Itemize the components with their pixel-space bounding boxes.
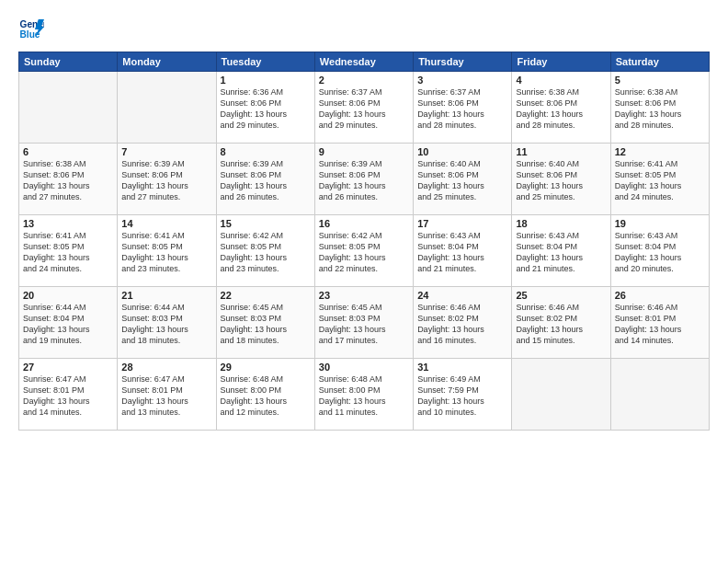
calendar-week-row: 20Sunrise: 6:44 AM Sunset: 8:04 PM Dayli… <box>19 287 710 359</box>
day-info: Sunrise: 6:44 AM Sunset: 8:04 PM Dayligh… <box>23 302 113 347</box>
calendar-header-tuesday: Tuesday <box>216 52 314 72</box>
day-info: Sunrise: 6:40 AM Sunset: 8:06 PM Dayligh… <box>417 158 507 203</box>
calendar-header-sunday: Sunday <box>19 52 118 72</box>
day-number: 30 <box>319 362 409 373</box>
calendar-cell: 22Sunrise: 6:45 AM Sunset: 8:03 PM Dayli… <box>216 287 314 359</box>
calendar-cell <box>19 72 118 144</box>
day-number: 15 <box>221 218 311 229</box>
calendar-week-row: 6Sunrise: 6:38 AM Sunset: 8:06 PM Daylig… <box>19 144 710 215</box>
calendar-cell: 12Sunrise: 6:41 AM Sunset: 8:05 PM Dayli… <box>610 144 709 215</box>
logo: General Blue <box>18 17 44 42</box>
logo-icon: General Blue <box>18 17 44 42</box>
day-info: Sunrise: 6:40 AM Sunset: 8:06 PM Dayligh… <box>516 158 606 203</box>
calendar-cell: 21Sunrise: 6:44 AM Sunset: 8:03 PM Dayli… <box>118 287 216 359</box>
day-info: Sunrise: 6:39 AM Sunset: 8:06 PM Dayligh… <box>121 158 211 203</box>
day-info: Sunrise: 6:49 AM Sunset: 7:59 PM Dayligh… <box>417 373 507 419</box>
calendar-week-row: 1Sunrise: 6:36 AM Sunset: 8:06 PM Daylig… <box>19 72 710 144</box>
day-info: Sunrise: 6:47 AM Sunset: 8:01 PM Dayligh… <box>121 373 211 419</box>
day-number: 8 <box>221 146 311 157</box>
day-number: 21 <box>121 290 211 301</box>
day-info: Sunrise: 6:43 AM Sunset: 8:04 PM Dayligh… <box>417 230 507 275</box>
calendar-cell: 5Sunrise: 6:38 AM Sunset: 8:06 PM Daylig… <box>610 72 709 144</box>
day-info: Sunrise: 6:41 AM Sunset: 8:05 PM Dayligh… <box>23 230 113 275</box>
calendar-cell: 6Sunrise: 6:38 AM Sunset: 8:06 PM Daylig… <box>19 144 118 215</box>
day-number: 12 <box>615 146 705 157</box>
calendar-cell <box>610 359 709 431</box>
calendar-cell: 25Sunrise: 6:46 AM Sunset: 8:02 PM Dayli… <box>512 287 610 359</box>
calendar-cell: 31Sunrise: 6:49 AM Sunset: 7:59 PM Dayli… <box>414 359 512 431</box>
calendar-cell: 9Sunrise: 6:39 AM Sunset: 8:06 PM Daylig… <box>314 144 413 215</box>
day-number: 24 <box>417 290 507 301</box>
day-number: 5 <box>615 75 705 86</box>
calendar-cell: 26Sunrise: 6:46 AM Sunset: 8:01 PM Dayli… <box>610 287 709 359</box>
calendar-cell <box>118 72 216 144</box>
calendar-cell: 23Sunrise: 6:45 AM Sunset: 8:03 PM Dayli… <box>314 287 413 359</box>
day-info: Sunrise: 6:46 AM Sunset: 8:02 PM Dayligh… <box>516 302 606 347</box>
calendar-cell: 30Sunrise: 6:48 AM Sunset: 8:00 PM Dayli… <box>314 359 413 431</box>
day-number: 11 <box>516 146 606 157</box>
day-info: Sunrise: 6:38 AM Sunset: 8:06 PM Dayligh… <box>615 86 705 132</box>
calendar-header-thursday: Thursday <box>414 52 512 72</box>
calendar-cell: 11Sunrise: 6:40 AM Sunset: 8:06 PM Dayli… <box>512 144 610 215</box>
day-info: Sunrise: 6:42 AM Sunset: 8:05 PM Dayligh… <box>319 230 409 275</box>
day-number: 17 <box>417 218 507 229</box>
day-number: 1 <box>221 75 311 86</box>
calendar-cell: 24Sunrise: 6:46 AM Sunset: 8:02 PM Dayli… <box>414 287 512 359</box>
calendar-week-row: 27Sunrise: 6:47 AM Sunset: 8:01 PM Dayli… <box>19 359 710 431</box>
calendar-header-saturday: Saturday <box>610 52 709 72</box>
day-number: 28 <box>121 362 211 373</box>
day-number: 10 <box>417 146 507 157</box>
day-info: Sunrise: 6:36 AM Sunset: 8:06 PM Dayligh… <box>221 86 311 132</box>
calendar-header-friday: Friday <box>512 52 610 72</box>
day-number: 13 <box>23 218 113 229</box>
page-header: General Blue <box>18 17 710 42</box>
calendar-cell: 19Sunrise: 6:43 AM Sunset: 8:04 PM Dayli… <box>610 215 709 287</box>
day-info: Sunrise: 6:44 AM Sunset: 8:03 PM Dayligh… <box>121 302 211 347</box>
day-number: 6 <box>23 146 113 157</box>
day-number: 29 <box>221 362 311 373</box>
day-info: Sunrise: 6:47 AM Sunset: 8:01 PM Dayligh… <box>23 373 113 419</box>
day-info: Sunrise: 6:43 AM Sunset: 8:04 PM Dayligh… <box>516 230 606 275</box>
day-info: Sunrise: 6:39 AM Sunset: 8:06 PM Dayligh… <box>319 158 409 203</box>
day-number: 9 <box>319 146 409 157</box>
day-number: 25 <box>516 290 606 301</box>
calendar-cell: 13Sunrise: 6:41 AM Sunset: 8:05 PM Dayli… <box>19 215 118 287</box>
calendar-cell: 28Sunrise: 6:47 AM Sunset: 8:01 PM Dayli… <box>118 359 216 431</box>
calendar-week-row: 13Sunrise: 6:41 AM Sunset: 8:05 PM Dayli… <box>19 215 710 287</box>
day-number: 22 <box>221 290 311 301</box>
calendar-cell: 18Sunrise: 6:43 AM Sunset: 8:04 PM Dayli… <box>512 215 610 287</box>
day-number: 7 <box>121 146 211 157</box>
day-number: 14 <box>121 218 211 229</box>
day-number: 20 <box>23 290 113 301</box>
day-info: Sunrise: 6:41 AM Sunset: 8:05 PM Dayligh… <box>615 158 705 203</box>
calendar-cell: 20Sunrise: 6:44 AM Sunset: 8:04 PM Dayli… <box>19 287 118 359</box>
calendar-header-monday: Monday <box>118 52 216 72</box>
day-info: Sunrise: 6:41 AM Sunset: 8:05 PM Dayligh… <box>121 230 211 275</box>
day-info: Sunrise: 6:42 AM Sunset: 8:05 PM Dayligh… <box>221 230 311 275</box>
day-info: Sunrise: 6:45 AM Sunset: 8:03 PM Dayligh… <box>319 302 409 347</box>
calendar-cell: 7Sunrise: 6:39 AM Sunset: 8:06 PM Daylig… <box>118 144 216 215</box>
calendar-cell: 29Sunrise: 6:48 AM Sunset: 8:00 PM Dayli… <box>216 359 314 431</box>
day-number: 16 <box>319 218 409 229</box>
calendar-cell: 10Sunrise: 6:40 AM Sunset: 8:06 PM Dayli… <box>414 144 512 215</box>
calendar-cell: 15Sunrise: 6:42 AM Sunset: 8:05 PM Dayli… <box>216 215 314 287</box>
calendar-cell: 8Sunrise: 6:39 AM Sunset: 8:06 PM Daylig… <box>216 144 314 215</box>
calendar-cell: 27Sunrise: 6:47 AM Sunset: 8:01 PM Dayli… <box>19 359 118 431</box>
day-number: 4 <box>516 75 606 86</box>
calendar-cell: 2Sunrise: 6:37 AM Sunset: 8:06 PM Daylig… <box>314 72 413 144</box>
day-info: Sunrise: 6:37 AM Sunset: 8:06 PM Dayligh… <box>417 86 507 132</box>
calendar-cell: 4Sunrise: 6:38 AM Sunset: 8:06 PM Daylig… <box>512 72 610 144</box>
day-number: 3 <box>417 75 507 86</box>
day-number: 23 <box>319 290 409 301</box>
calendar-cell: 1Sunrise: 6:36 AM Sunset: 8:06 PM Daylig… <box>216 72 314 144</box>
day-number: 2 <box>319 75 409 86</box>
day-info: Sunrise: 6:46 AM Sunset: 8:01 PM Dayligh… <box>615 302 705 347</box>
day-info: Sunrise: 6:46 AM Sunset: 8:02 PM Dayligh… <box>417 302 507 347</box>
day-info: Sunrise: 6:43 AM Sunset: 8:04 PM Dayligh… <box>615 230 705 275</box>
calendar-cell <box>512 359 610 431</box>
day-info: Sunrise: 6:39 AM Sunset: 8:06 PM Dayligh… <box>221 158 311 203</box>
calendar-cell: 17Sunrise: 6:43 AM Sunset: 8:04 PM Dayli… <box>414 215 512 287</box>
calendar-header-row: SundayMondayTuesdayWednesdayThursdayFrid… <box>19 52 710 72</box>
calendar-cell: 3Sunrise: 6:37 AM Sunset: 8:06 PM Daylig… <box>414 72 512 144</box>
day-info: Sunrise: 6:38 AM Sunset: 8:06 PM Dayligh… <box>23 158 113 203</box>
